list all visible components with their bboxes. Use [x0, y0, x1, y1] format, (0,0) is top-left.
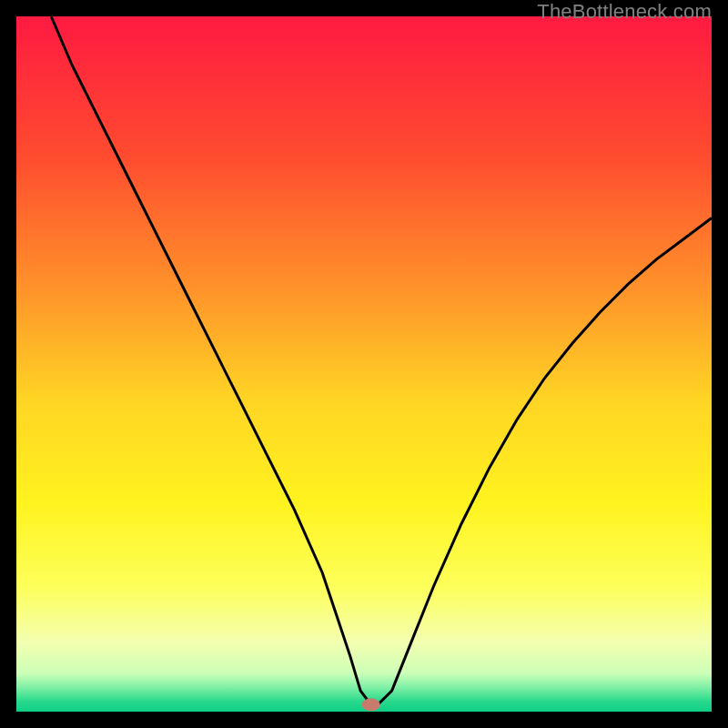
- minimum-marker: [362, 698, 380, 711]
- watermark-label: TheBottleneck.com: [537, 0, 712, 24]
- chart-plot-area: [16, 16, 712, 712]
- gradient-background: [16, 16, 712, 712]
- bottleneck-chart: [16, 16, 712, 712]
